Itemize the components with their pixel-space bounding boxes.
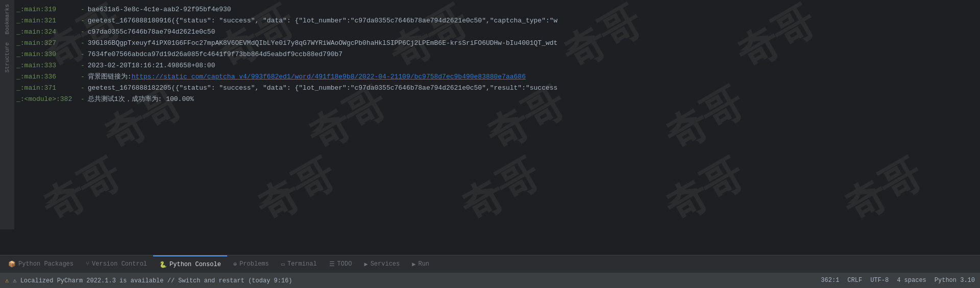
line-dash: - — [81, 71, 85, 83]
line-url[interactable]: https://static com/captcha_v4/993f682ed1… — [132, 71, 526, 83]
bookmarks-tab[interactable]: Bookmarks — [2, 0, 12, 38]
console-line: _:main:336 - 背景图链接为:https://static com/c… — [16, 71, 978, 83]
tab-icon-7: ▶ — [412, 260, 415, 268]
tab-icon-6: ▶ — [364, 260, 368, 268]
line-dash: - — [81, 60, 85, 71]
line-prefix: _:main:330 — [16, 49, 78, 60]
python-version: Python 3.10 — [935, 277, 975, 284]
tab-label-5: TODO — [337, 260, 352, 268]
line-dash: - — [81, 38, 85, 49]
toolbar-tab-problems[interactable]: ⊕Problems — [227, 255, 275, 273]
console-line: _:main:333 - 2023-02-20T18:16:21.498658+… — [16, 60, 978, 71]
tab-label-6: Services — [371, 260, 400, 268]
console-line: _:main:321 - geetest_1676888180916({"sta… — [16, 15, 978, 27]
line-content: geetest_1676888182205({"status": "succes… — [88, 83, 558, 94]
warning-icon: ⚠ — [5, 277, 9, 284]
line-content: geetest_1676888180916({"status": "succes… — [88, 15, 558, 27]
tab-label-7: Run — [418, 260, 429, 268]
line-content: 2023-02-20T18:16:21.498658+08:00 — [88, 60, 215, 71]
toolbar-tab-run[interactable]: ▶Run — [406, 255, 435, 273]
bottom-toolbar: 📦Python Packages⑂Version Control🐍Python … — [0, 255, 980, 273]
encoding: UTF-8 — [870, 277, 889, 284]
line-prefix: _:main:319 — [16, 4, 78, 15]
line-dash: - — [81, 27, 85, 38]
line-dash: - — [81, 94, 85, 105]
status-message: ⚠ Localized PyCharm 2022.1.3 is availabl… — [13, 277, 292, 284]
console-line: _:main:319 - bae631a6-3e8c-4c1e-aab2-92f… — [16, 4, 978, 15]
tab-icon-0: 📦 — [8, 260, 16, 268]
line-dash: - — [81, 15, 85, 27]
status-left: ⚠ ⚠ Localized PyCharm 2022.1.3 is availa… — [5, 277, 292, 284]
line-prefix: _:main:371 — [16, 83, 78, 94]
line-prefix: _:main:321 — [16, 15, 78, 27]
tab-label-0: Python Packages — [18, 260, 74, 268]
console-line: _:main:371 - geetest_1676888182205({"sta… — [16, 83, 978, 94]
line-ending: CRLF — [847, 277, 862, 284]
console-line: _:main:324 - c97da0355c7646b78ae794d2621… — [16, 27, 978, 38]
toolbar-tab-todo[interactable]: ☰TODO — [323, 255, 358, 273]
structure-tab[interactable]: Structure — [2, 38, 12, 76]
tab-label-2: Python Console — [169, 261, 221, 268]
line-dash: - — [81, 4, 85, 15]
line-prefix: _:<module>:382 — [16, 94, 78, 105]
console-line: _:main:327 - 39Gl86BQgpTxeuyf4iPX01G6FFo… — [16, 38, 978, 49]
tab-label-4: Terminal — [287, 260, 317, 268]
toolbar-tab-python-packages[interactable]: 📦Python Packages — [2, 255, 80, 273]
toolbar-tab-version-control[interactable]: ⑂Version Control — [80, 255, 153, 273]
tab-icon-2: 🐍 — [159, 261, 167, 269]
tab-label-3: Problems — [239, 260, 269, 268]
tab-icon-1: ⑂ — [86, 260, 89, 268]
tab-label-1: Version Control — [92, 260, 147, 268]
status-bar: ⚠ ⚠ Localized PyCharm 2022.1.3 is availa… — [0, 273, 980, 288]
indent-size: 4 spaces — [897, 277, 926, 284]
cursor-position: 362:1 — [821, 277, 839, 284]
line-dash: - — [81, 49, 85, 60]
line-content-mixed: 背景图链接为:https://static com/captcha_v4/993… — [88, 71, 526, 83]
line-content: 7634fe07566abdca97d19d26a085fc4641f9f73b… — [88, 49, 342, 60]
line-prefix: _:main:333 — [16, 60, 78, 71]
line-content: bae631a6-3e8c-4c1e-aab2-92f95bf4e930 — [88, 4, 231, 15]
line-text-before: 背景图链接为: — [88, 71, 132, 83]
line-content: c97da0355c7646b78ae794d2621e0c50 — [88, 27, 215, 38]
line-prefix: _:main:327 — [16, 38, 78, 49]
toolbar-tab-terminal[interactable]: ▭Terminal — [275, 255, 323, 273]
console-line: _:main:330 - 7634fe07566abdca97d19d26a08… — [16, 49, 978, 60]
line-prefix: _:main:336 — [16, 71, 78, 83]
tab-icon-3: ⊕ — [233, 260, 237, 268]
line-dash: - — [81, 83, 85, 94]
toolbar-tab-services[interactable]: ▶Services — [358, 255, 406, 273]
line-prefix: _:main:324 — [16, 27, 78, 38]
tab-icon-5: ☰ — [329, 260, 335, 268]
tab-icon-4: ▭ — [281, 260, 285, 268]
status-right: 362:1 CRLF UTF-8 4 spaces Python 3.10 — [821, 277, 975, 284]
line-content: 总共测试1次，成功率为: 100.00% — [88, 94, 194, 105]
line-content: 39Gl86BQgpTxeuyf4iPX01G6FFoc27mpAK8V6OEV… — [88, 38, 558, 49]
toolbar-tab-python-console[interactable]: 🐍Python Console — [153, 255, 227, 273]
console-line: _:<module>:382 - 总共测试1次，成功率为: 100.00% — [16, 94, 978, 105]
left-panel-tabs: Bookmarks Structure — [0, 0, 14, 229]
console-output: _:main:319 - bae631a6-3e8c-4c1e-aab2-92f… — [14, 0, 980, 229]
